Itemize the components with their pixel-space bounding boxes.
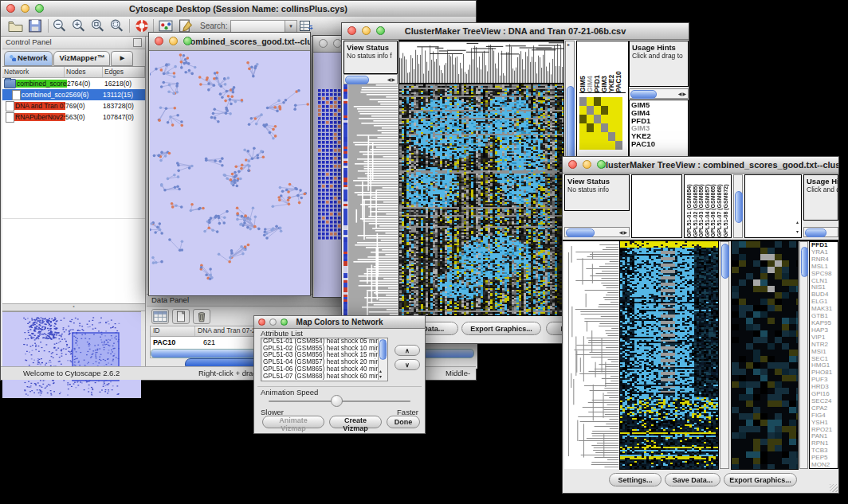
array-label[interactable]: GPL51-03 (GSM856) xyxy=(698,175,705,237)
tab-overflow-arrow[interactable]: ▶ xyxy=(111,51,133,66)
slider-thumb[interactable] xyxy=(331,395,343,407)
create-vizmap-button[interactable]: Create Vizmap xyxy=(329,416,382,428)
global-vscrollbar[interactable] xyxy=(720,241,729,469)
attribute-select-icon[interactable] xyxy=(151,309,169,324)
zoom-button[interactable] xyxy=(281,318,288,326)
birdseye-overview-canvas[interactable] xyxy=(2,311,141,398)
zoom-button[interactable] xyxy=(376,26,385,35)
minimize-button[interactable] xyxy=(21,4,29,13)
array-label[interactable]: GPL51-08 (GSM872) xyxy=(723,175,729,237)
main-titlebar[interactable]: Cytoscape Desktop (Session Name: collins… xyxy=(1,1,476,18)
zoom-button[interactable] xyxy=(183,37,192,45)
hints-scrollbar[interactable] xyxy=(803,227,838,237)
close-button[interactable] xyxy=(568,160,577,169)
network-tree-row[interactable]: combined_sco2569(6)13112(15) xyxy=(2,89,145,100)
listbox-scrollbar[interactable]: ▴ ▾ xyxy=(378,338,387,380)
scroll-down-icon[interactable]: ▾ xyxy=(796,229,799,234)
column-label[interactable]: PAC10 xyxy=(615,43,622,92)
new-attribute-icon[interactable] xyxy=(172,309,190,324)
move-up-button[interactable]: ∧ xyxy=(395,345,420,356)
array-label[interactable]: GPL51-07 (GSM868) xyxy=(716,175,723,237)
scroll-thumb[interactable] xyxy=(805,229,826,237)
network-view-canvas[interactable] xyxy=(150,51,310,295)
network-tree-row[interactable]: combined_scores_2764(0)16218(0) xyxy=(2,78,145,89)
scroll-thumb[interactable] xyxy=(345,76,369,84)
dialog-titlebar[interactable]: Map Colors to Network xyxy=(254,316,425,329)
zoom-selected-icon[interactable] xyxy=(90,18,106,33)
export-graphics-button[interactable]: Export Graphics... xyxy=(461,322,541,335)
network-name: RNAPuberNov2+ xyxy=(14,113,65,121)
expression-heatmap-canvas[interactable] xyxy=(399,84,563,315)
float-panel-icon[interactable] xyxy=(133,38,142,47)
zoom-fit-icon[interactable] xyxy=(109,18,125,33)
save-data-button[interactable]: Save Data... xyxy=(665,473,720,486)
minimize-button[interactable] xyxy=(269,318,277,326)
scroll-thumb[interactable] xyxy=(379,339,387,360)
close-button[interactable] xyxy=(319,39,328,48)
attribute-item[interactable]: GPL51-07 (GSM868) heat shock 60 min xyxy=(261,373,387,381)
move-down-button[interactable]: ∨ xyxy=(395,359,420,370)
gene-label[interactable]: PAC10 xyxy=(631,140,686,148)
hints-scrollbar[interactable]: ◀▶ xyxy=(629,88,689,99)
settings-button[interactable]: Settings... xyxy=(609,473,662,486)
mini-correlation-heatmap[interactable] xyxy=(579,97,622,150)
zoom-button[interactable] xyxy=(597,160,606,169)
zoom-heatmap-canvas[interactable] xyxy=(732,241,798,469)
search-label: Search: xyxy=(200,21,227,30)
close-button[interactable] xyxy=(347,26,356,35)
heatmap-column-labels[interactable]: GIM5GIM4PFD1GIM3YKE2PAC10 xyxy=(579,43,626,93)
array-column-labels[interactable]: GPL51-01 (GSM854)GPL51-02 (GSM855)GPL51-… xyxy=(684,174,732,238)
array-label[interactable]: GPL51-06 (GSM865) xyxy=(710,175,716,237)
export-graphics-button[interactable]: Export Graphics... xyxy=(724,473,797,486)
zoom-vscrollbar[interactable] xyxy=(799,241,808,469)
treeview1-titlebar[interactable]: ClusterMaker TreeView : DNA and Tran 07-… xyxy=(342,23,689,40)
row-dendrogram-canvas[interactable] xyxy=(564,241,618,469)
scroll-thumb[interactable] xyxy=(630,90,657,99)
labels-vscrollbar[interactable] xyxy=(733,174,743,238)
delete-attribute-icon[interactable] xyxy=(193,309,210,324)
scroll-up-icon[interactable]: ▴ xyxy=(796,219,799,225)
close-button[interactable] xyxy=(258,318,265,326)
status-scrollbar[interactable]: ◀▶ xyxy=(564,227,630,237)
panel-resize-handle[interactable]: • xyxy=(2,303,145,311)
save-icon[interactable] xyxy=(27,18,43,33)
network-tree-row[interactable]: RNAPuberNov2+563(0)107847(0) xyxy=(2,111,145,123)
close-button[interactable] xyxy=(155,37,163,45)
attribute-listbox[interactable]: GPL51-01 (GSM854) heat shock 05 minGPL51… xyxy=(261,338,388,381)
done-button[interactable]: Done xyxy=(387,416,420,428)
zoom-out-icon[interactable] xyxy=(52,18,68,33)
row-dendrogram-canvas[interactable] xyxy=(348,84,398,315)
column-dendrogram-area[interactable] xyxy=(631,174,682,238)
network-table-header[interactable]: Network Nodes Edges xyxy=(2,67,145,78)
gene-label[interactable]: MON2 xyxy=(811,462,838,469)
open-folder-icon[interactable] xyxy=(7,18,23,33)
tab-network[interactable]: Network xyxy=(4,51,53,66)
scroll-thumb[interactable] xyxy=(566,229,595,237)
zoom-in-icon[interactable] xyxy=(71,18,87,33)
zoom-button[interactable] xyxy=(35,4,44,13)
minimize-button[interactable] xyxy=(583,160,591,169)
help-lifesaver-icon[interactable] xyxy=(134,18,150,33)
network-tree-row[interactable]: DNA and Tran 07769(0)183728(0) xyxy=(2,100,145,111)
scroll-thumb[interactable] xyxy=(801,247,808,277)
scroll-thumb[interactable] xyxy=(721,244,729,279)
tab-vizmapper[interactable]: VizMapper™ xyxy=(53,51,110,66)
folder-icon xyxy=(4,79,16,88)
treeview2-titlebar[interactable]: ClusterMaker TreeView : combined_scores_… xyxy=(563,157,838,174)
gene-name-list[interactable]: PFD1YRA1RNR4MSL1SPC98CLN1NIS1BUD4ELG1MAK… xyxy=(809,241,838,469)
doc-icon xyxy=(6,112,14,123)
scroll-thumb[interactable] xyxy=(735,191,743,223)
column-dendrogram-canvas[interactable] xyxy=(399,41,563,83)
animation-speed-label: Animation Speed xyxy=(261,388,318,397)
minimize-button[interactable] xyxy=(362,26,371,35)
window-resize-grip[interactable] xyxy=(830,484,838,492)
close-button[interactable] xyxy=(6,4,15,13)
animate-vizmap-button[interactable]: Animate Vizmap xyxy=(262,416,324,428)
status-welcome: Welcome to Cytoscape 2.6.2 xyxy=(23,369,120,377)
status-scrollbar[interactable]: ◀▶ xyxy=(344,74,398,84)
global-heatmap-canvas[interactable] xyxy=(620,241,718,469)
network-window-titlebar[interactable]: combined_scores_good.txt--cluste... xyxy=(149,33,310,51)
map-colors-dialog: Map Colors to Network Attribute List GPL… xyxy=(253,315,426,434)
array-label[interactable]: GPL51-01 (GSM854) xyxy=(686,175,693,237)
minimize-button[interactable] xyxy=(169,37,178,45)
